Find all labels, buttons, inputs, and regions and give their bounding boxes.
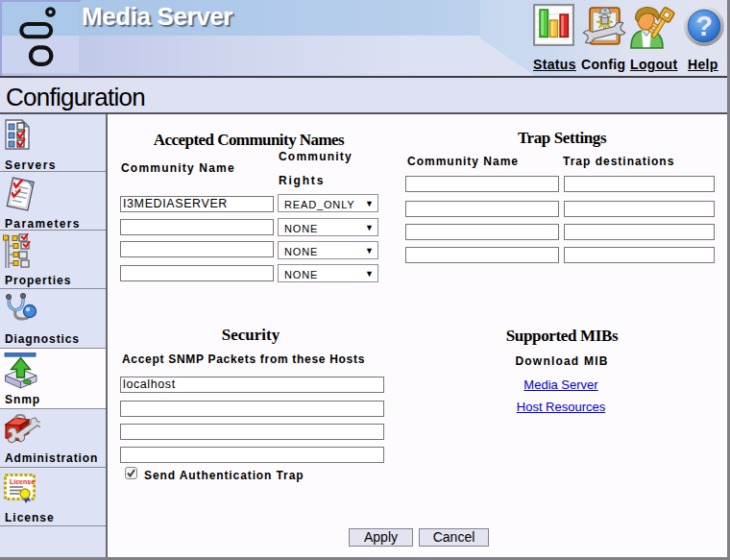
svg-text:?: ?	[695, 11, 713, 41]
svg-text:License: License	[10, 478, 35, 485]
